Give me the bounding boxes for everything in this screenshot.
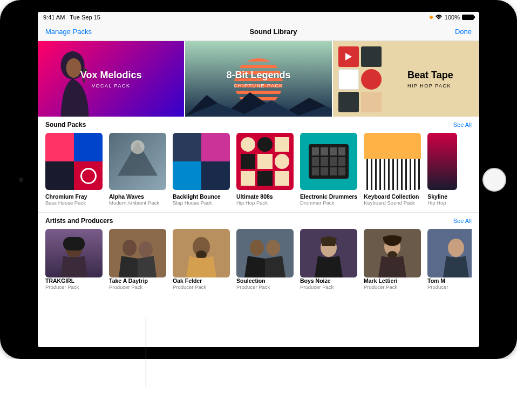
tile-subtitle: Producer Pack [109, 284, 166, 290]
tile-subtitle: Hip Hop Pack [236, 200, 294, 206]
artist-tile-trakgirl[interactable]: TRAKGIRL Producer Pack [45, 229, 103, 290]
mountains-illustration [185, 90, 331, 117]
tile-subtitle: Producer Pack [173, 284, 230, 290]
tile-title: Alpha Waves [109, 193, 166, 200]
hero-title: Beat Tape [407, 70, 453, 81]
tile-subtitle: Keyboard Sound Pack [364, 200, 421, 206]
artist-tile-boys-noize[interactable]: Boys Noize Producer Pack [300, 229, 357, 290]
annotation-callout-line [146, 317, 146, 359]
screen: 9:41 AM Tue Sep 15 100% Manage Packs Sou… [38, 12, 479, 347]
tile-subtitle: Hip Hop [427, 200, 457, 206]
home-button[interactable] [482, 168, 506, 192]
hero-text: Beat Tape HIP HOP PACK [407, 70, 453, 89]
tile-title: Keyboard Collection [364, 193, 421, 200]
battery-label: 100% [445, 14, 460, 21]
artist-photo [364, 229, 421, 277]
artist-photo [45, 229, 103, 277]
svg-point-15 [266, 240, 280, 256]
tile-grid-illustration [338, 46, 382, 112]
manage-packs-button[interactable]: Manage Packs [45, 28, 92, 36]
pack-artwork [300, 133, 357, 190]
sound-pack-tile[interactable]: Electronic Drummers Drummer Pack [300, 133, 357, 206]
hero-subtitle: CHIPTUNE PACK [226, 83, 290, 89]
artist-photo [173, 229, 230, 277]
page-title: Sound Library [249, 28, 297, 36]
done-button[interactable]: Done [455, 28, 472, 36]
artist-photo [236, 229, 294, 277]
artist-tile-take-a-daytrip[interactable]: Take A Daytrip Producer Pack [109, 229, 166, 290]
sound-pack-tile[interactable]: Keyboard Collection Keyboard Sound Pack [364, 133, 421, 206]
status-time: 9:41 AM Tue Sep 15 [43, 14, 100, 21]
pack-artwork [173, 133, 230, 190]
svg-point-19 [448, 239, 464, 257]
date-label: Tue Sep 15 [70, 14, 100, 21]
artist-tile-mark-lettieri[interactable]: Mark Lettieri Producer Pack [364, 229, 421, 290]
hero-carousel[interactable]: Vox Melodics VOCAL PACK 8-Bit Legends CH… [38, 41, 479, 117]
hero-card-vox-melodics[interactable]: Vox Melodics VOCAL PACK [38, 41, 184, 117]
tile-subtitle: Drummer Pack [300, 200, 357, 206]
see-all-button[interactable]: See All [453, 218, 472, 224]
sound-pack-tile[interactable]: Alpha Waves Modern Ambient Pack [109, 133, 166, 206]
svg-rect-9 [63, 237, 85, 250]
sound-pack-tile[interactable]: Chromium Fray Bass House Pack [45, 133, 103, 206]
tile-subtitle: Modern Ambient Pack [109, 200, 166, 206]
content-area[interactable]: Vox Melodics VOCAL PACK 8-Bit Legends CH… [38, 41, 479, 347]
tile-subtitle: Producer Pack [45, 284, 103, 290]
svg-point-11 [139, 241, 153, 258]
tile-subtitle: Bass House Pack [45, 200, 103, 206]
hero-subtitle: VOCAL PACK [80, 83, 142, 89]
hero-title: 8-Bit Legends [226, 70, 290, 81]
hero-title: Vox Melodics [80, 70, 142, 81]
hero-text: 8-Bit Legends CHIPTUNE PACK [226, 70, 290, 89]
ipad-frame: 9:41 AM Tue Sep 15 100% Manage Packs Sou… [0, 0, 517, 359]
section-header: Artists and Producers See All [45, 217, 472, 225]
recording-indicator-icon [430, 16, 433, 19]
sound-pack-tile[interactable]: Backlight Bounce Slap House Pack [173, 133, 230, 206]
sound-packs-section: Sound Packs See All Chromium Fray Bass H… [38, 117, 479, 213]
artist-photo [300, 229, 357, 277]
status-bar: 9:41 AM Tue Sep 15 100% [38, 12, 479, 23]
hero-card-beat-tape[interactable]: Beat Tape HIP HOP PACK [333, 41, 479, 117]
tile-title: Take A Daytrip [109, 277, 166, 284]
tile-title: Oak Felder [173, 277, 230, 284]
tile-title: Ultimate 808s [236, 193, 294, 200]
sound-pack-tile[interactable]: Ultimate 808s Hip Hop Pack [236, 133, 294, 206]
camera-icon [19, 178, 23, 182]
artist-photo [109, 229, 166, 277]
status-right: 100% [430, 14, 474, 21]
tile-title: Backlight Bounce [173, 193, 230, 200]
artist-tile-tom-m[interactable]: Tom M Producer [427, 229, 472, 290]
artist-tile-oak-felder[interactable]: Oak Felder Producer Pack [173, 229, 230, 290]
tile-subtitle: Producer Pack [236, 284, 294, 290]
svg-point-14 [250, 240, 264, 256]
battery-icon [462, 15, 474, 20]
tile-subtitle: Producer Pack [364, 284, 421, 290]
nav-bar: Manage Packs Sound Library Done [38, 23, 479, 41]
tile-subtitle: Producer Pack [300, 284, 357, 290]
artist-tile-soulection[interactable]: Soulection Producer Pack [236, 229, 294, 290]
tile-subtitle: Slap House Pack [173, 200, 230, 206]
tile-title: Electronic Drummers [300, 193, 357, 200]
sound-packs-row[interactable]: Chromium Fray Bass House Pack Alpha Wave… [45, 133, 472, 212]
see-all-button[interactable]: See All [453, 121, 472, 128]
pack-artwork [45, 133, 103, 190]
time-label: 9:41 AM [43, 14, 65, 21]
section-header: Sound Packs See All [45, 121, 472, 128]
wifi-icon [435, 15, 443, 20]
artist-photo [427, 229, 472, 277]
hero-card-8bit-legends[interactable]: 8-Bit Legends CHIPTUNE PACK [185, 41, 331, 117]
artists-section: Artists and Producers See All TRAKGIRL P… [38, 213, 479, 296]
tile-title: Mark Lettieri [364, 277, 421, 284]
artists-row[interactable]: TRAKGIRL Producer Pack Take A Daytrip Pr… [45, 229, 472, 296]
pack-artwork [109, 133, 166, 190]
tile-title: Boys Noize [300, 277, 357, 284]
hero-subtitle: HIP HOP PACK [407, 83, 453, 89]
pack-artwork [236, 133, 294, 190]
svg-point-10 [123, 240, 137, 256]
sound-pack-tile[interactable]: Skyline Hip Hop [427, 133, 457, 206]
section-title: Sound Packs [45, 121, 86, 128]
tile-title: Soulection [236, 277, 294, 284]
section-title: Artists and Producers [45, 217, 113, 225]
tile-subtitle: Producer [427, 284, 472, 290]
tile-title: Chromium Fray [45, 193, 103, 200]
